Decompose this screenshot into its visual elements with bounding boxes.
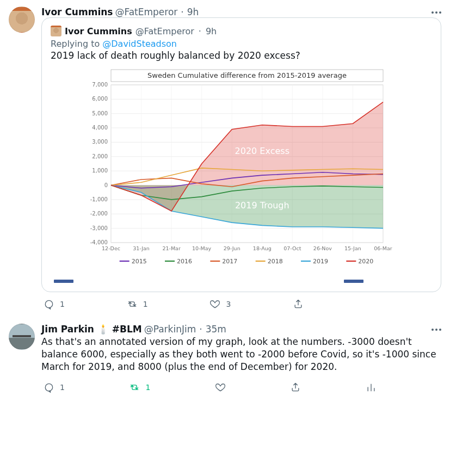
svg-text:-1,000: -1,000 — [90, 196, 107, 202]
chart-container: Sweden Cumulative difference from 2015-2… — [51, 66, 432, 275]
svg-text:6,000: 6,000 — [92, 96, 108, 102]
svg-text:2,000: 2,000 — [92, 153, 108, 159]
share-button[interactable] — [293, 299, 304, 310]
svg-text:4,000: 4,000 — [92, 125, 108, 131]
progress-slug-right — [344, 280, 363, 283]
heart-icon — [209, 299, 220, 310]
separator-dot: · — [198, 26, 202, 36]
svg-text:-2,000: -2,000 — [90, 211, 107, 217]
svg-text:29-Jun: 29-Jun — [223, 245, 240, 251]
like-count: 3 — [226, 300, 231, 308]
action-bar: 1 1 — [41, 379, 379, 398]
more-button[interactable] — [431, 5, 441, 16]
analytics-icon — [366, 382, 377, 393]
separator-dot: · — [198, 324, 203, 335]
svg-text:-4,000: -4,000 — [90, 239, 107, 245]
svg-text:5,000: 5,000 — [92, 110, 108, 116]
card-author-handle: @FatEmperor — [135, 26, 194, 36]
annotation-label: 2019 Trough — [235, 200, 289, 211]
more-button[interactable] — [431, 323, 441, 333]
legend: 201520162017201820192020 — [119, 258, 373, 265]
svg-text:31-Jan: 31-Jan — [133, 245, 150, 251]
card-timestamp: 9h — [206, 26, 217, 36]
quoted-tweet-card[interactable]: Ivor Cummins @FatEmperor · 9h Replying t… — [41, 17, 441, 292]
reply-handle[interactable]: @DavidSteadson — [102, 39, 177, 49]
reply-line: Replying to @DavidSteadson — [51, 39, 432, 49]
tweet: Jim Parkin 🕯️ #BLM @ParkinJim · 35m As t… — [0, 317, 450, 400]
svg-text:2016: 2016 — [177, 258, 192, 265]
avatar[interactable] — [9, 324, 35, 350]
svg-text:2017: 2017 — [222, 258, 237, 265]
tweet-text: As that's an annotated version of my gra… — [41, 336, 441, 373]
reply-icon — [44, 299, 54, 310]
card-avatar — [51, 26, 61, 36]
retweet-button[interactable]: 1 — [129, 382, 150, 393]
annotation-label: 2020 Excess — [235, 146, 289, 156]
retweet-icon — [129, 382, 140, 393]
like-button[interactable]: 3 — [209, 299, 231, 310]
author-handle[interactable]: @FatEmperor — [115, 7, 177, 17]
card-header: Ivor Cummins @FatEmperor · 9h — [51, 26, 432, 36]
avatar[interactable] — [9, 7, 35, 33]
svg-text:7,000: 7,000 — [92, 82, 108, 88]
reply-button[interactable]: 1 — [44, 299, 65, 310]
svg-text:0: 0 — [104, 182, 107, 188]
heart-icon — [215, 382, 226, 393]
svg-text:2019: 2019 — [313, 258, 328, 265]
progress-slug-left — [54, 280, 73, 283]
chart-title: Sweden Cumulative difference from 2015-2… — [147, 71, 347, 79]
svg-text:10-May: 10-May — [192, 245, 212, 251]
timestamp[interactable]: 9h — [187, 7, 199, 17]
like-button[interactable] — [215, 382, 226, 393]
reply-label: Replying to — [51, 39, 102, 49]
svg-text:06-Mar: 06-Mar — [374, 245, 392, 251]
tweet-body-column: Jim Parkin 🕯️ #BLM @ParkinJim · 35m As t… — [41, 324, 441, 398]
share-icon — [293, 299, 304, 310]
share-icon — [290, 382, 301, 393]
svg-text:18-Aug: 18-Aug — [252, 245, 271, 251]
svg-text:07-Oct: 07-Oct — [283, 245, 301, 251]
retweet-button[interactable]: 1 — [127, 299, 148, 310]
separator-dot: · — [180, 7, 184, 17]
analytics-button[interactable] — [366, 382, 377, 393]
tweet: Ivor Cummins @FatEmperor · 9h Ivor Cummi… — [0, 0, 450, 317]
reply-count: 1 — [60, 383, 65, 392]
reply-count: 1 — [60, 300, 65, 308]
svg-text:12-Dec: 12-Dec — [102, 245, 120, 251]
retweet-count: 1 — [145, 383, 150, 392]
tweet-header: Ivor Cummins @FatEmperor · 9h — [41, 7, 441, 17]
author-handle[interactable]: @ParkinJim — [144, 324, 196, 335]
svg-text:-3,000: -3,000 — [90, 225, 107, 231]
card-author-name: Ivor Cummins — [65, 26, 132, 36]
author-name[interactable]: Ivor Cummins — [41, 7, 113, 17]
card-body-text: 2019 lack of death roughly balanced by 2… — [51, 50, 432, 61]
retweet-icon — [127, 299, 138, 310]
svg-text:2018: 2018 — [267, 258, 282, 265]
action-bar: 1 1 3 — [41, 295, 379, 315]
svg-text:26-Nov: 26-Nov — [313, 245, 331, 251]
author-name[interactable]: Jim Parkin 🕯️ #BLM — [41, 324, 142, 335]
reply-icon — [44, 382, 54, 393]
svg-text:2015: 2015 — [131, 258, 146, 265]
reply-button[interactable]: 1 — [44, 382, 65, 393]
chart-svg: Sweden Cumulative difference from 2015-2… — [78, 69, 405, 275]
svg-text:2020: 2020 — [358, 258, 373, 265]
svg-text:3,000: 3,000 — [92, 139, 108, 145]
svg-text:21-Mar: 21-Mar — [162, 245, 181, 251]
svg-text:15-Jan: 15-Jan — [344, 245, 361, 251]
tweet-body-column: Ivor Cummins @FatEmperor · 9h Ivor Cummi… — [41, 7, 441, 315]
svg-text:1,000: 1,000 — [92, 168, 108, 174]
share-button[interactable] — [290, 382, 301, 393]
retweet-count: 1 — [143, 300, 148, 308]
card-progress-bar — [54, 275, 429, 286]
tweet-header: Jim Parkin 🕯️ #BLM @ParkinJim · 35m — [41, 324, 441, 335]
timestamp[interactable]: 35m — [206, 324, 226, 335]
